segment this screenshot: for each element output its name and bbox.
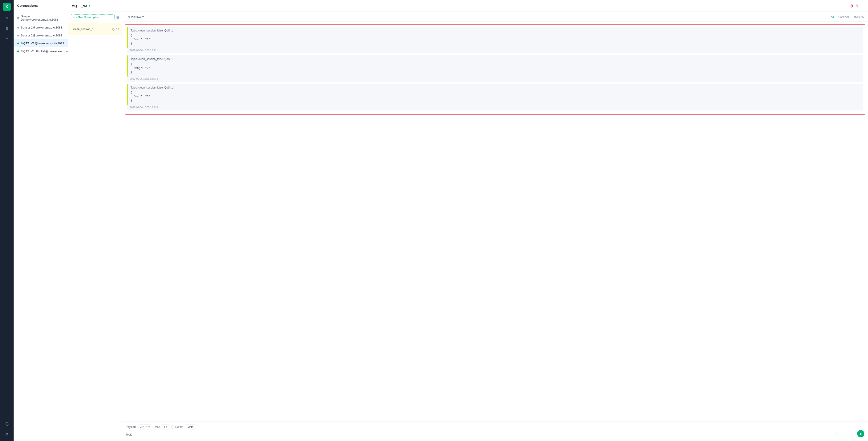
sub-list-icon[interactable]: ☰ <box>116 16 119 19</box>
messages-list: Topic: clean_session_false QoS: 1 { "msg… <box>122 22 868 421</box>
messages-toolbar: Plaintext ▾ All Received Published <box>122 12 868 22</box>
nav-arrows: ← ◌ → <box>836 431 855 437</box>
retain-toggle[interactable]: Retain <box>171 425 183 429</box>
message-timestamp: 2022-09-06 15:55:23:411 <box>127 48 863 53</box>
message-header: Topic: clean_session_false QoS: 1 <box>130 58 860 61</box>
payload-format-chevron-icon: ▾ <box>149 425 150 429</box>
message-card: Topic: clean_session_false QoS: 1 { "msg… <box>127 27 863 53</box>
plus-icon: + <box>73 16 75 19</box>
connection-list: Simple Demo@broker.emqx.io:8083 Sensor 1… <box>13 10 68 441</box>
mid-arrow-button[interactable]: ◌ <box>843 431 848 437</box>
new-sub-label: + New Subscription <box>75 16 99 19</box>
payload-format-value: JSON <box>140 425 148 429</box>
topic-input[interactable] <box>126 431 864 438</box>
connection-item[interactable]: Sensor 2@broker.emqx.io:8083 <box>13 31 68 39</box>
new-subscription-button[interactable]: + + New Subscription <box>71 14 115 20</box>
qos-value: 1 <box>164 425 165 429</box>
connection-item[interactable]: MQTT_V3_Publish@broker.emqx.io:8083 <box>13 47 68 55</box>
message-timestamp: 2022-09-06 15:55:23:414 <box>127 105 863 111</box>
message-timestamp: 2022-09-06 15:55:23:413 <box>127 77 863 82</box>
qos-chevron-icon: ▾ <box>166 425 167 429</box>
payload-label: Payload: <box>126 425 136 429</box>
subscription-item[interactable]: clean_session_f... QoS 1 <box>68 23 122 35</box>
more-button[interactable]: ··· <box>862 4 864 8</box>
message-content: Topic: clean_session_false QoS: 1 { "msg… <box>128 55 863 77</box>
publish-toolbar: Payload: JSON ▾ QoS: 1 ▾ Retain <box>126 424 864 430</box>
prev-arrow-button[interactable]: ← <box>836 431 842 437</box>
conn-status-dot-green <box>17 42 19 45</box>
message-card: Topic: clean_session_false QoS: 1 { "msg… <box>127 84 863 111</box>
conn-label: Sensor 2@broker.emqx.io:8083 <box>21 34 62 37</box>
qos-label: QoS: <box>154 425 160 429</box>
conn-label: Sensor 1@broker.emqx.io:8083 <box>21 26 62 29</box>
plaintext-label: Plaintext <box>131 15 142 18</box>
conn-status-dot-green <box>17 51 19 52</box>
connections-title: Connections <box>13 0 68 10</box>
sub-toolbar: + + New Subscription ☰ <box>68 12 122 23</box>
top-bar-actions: ⏻ ✎ ··· <box>849 4 864 8</box>
message-content: Topic: clean_session_false QoS: 1 { "msg… <box>128 27 863 48</box>
conn-status-dot <box>17 35 19 36</box>
qos-dropdown[interactable]: 1 ▾ <box>161 424 169 430</box>
plaintext-chevron-icon: ▾ <box>142 15 144 18</box>
filter-tab-received[interactable]: Received <box>837 14 849 19</box>
filter-tab-published[interactable]: Published <box>852 14 864 19</box>
settings-nav-icon[interactable]: ⚙ <box>3 430 11 438</box>
publish-area: Payload: JSON ▾ QoS: 1 ▾ Retain <box>122 421 868 441</box>
message-topic: clean_session_false <box>138 58 163 61</box>
sub-topic-label: clean_session_f... <box>73 28 111 31</box>
retain-radio[interactable] <box>171 425 175 429</box>
conn-label: MQTT_V3@broker.emqx.io:8083 <box>21 42 64 45</box>
conn-status-dot <box>17 17 19 19</box>
message-qos: 1 <box>171 29 173 32</box>
publish-area-wrapper: Payload: JSON ▾ QoS: 1 ▾ Retain <box>122 421 868 441</box>
message-qos: 1 <box>171 86 173 89</box>
add-nav-icon[interactable]: + <box>3 34 11 42</box>
message-card: Topic: clean_session_false QoS: 1 { "msg… <box>127 55 863 82</box>
filter-tab-all[interactable]: All <box>831 14 834 19</box>
meta-button[interactable]: Meta <box>185 424 196 430</box>
filter-tabs: All Received Published <box>831 14 864 19</box>
power-button[interactable]: ⏻ <box>849 4 853 8</box>
message-body: { "msg": "1"} <box>130 33 860 46</box>
message-body: { "msg": "2"} <box>130 62 860 74</box>
message-topic: clean_session_false <box>138 86 163 89</box>
copy-nav-icon[interactable]: ⧉ <box>3 25 11 33</box>
message-header: Topic: clean_session_false QoS: 1 <box>130 86 860 89</box>
connections-panel: Connections Simple Demo@broker.emqx.io:8… <box>13 0 68 441</box>
message-header: Topic: clean_session_false QoS: 1 <box>130 29 860 32</box>
connections-nav-icon[interactable]: ⊞ <box>3 14 11 23</box>
messages-panel: Plaintext ▾ All Received Published <box>122 12 868 441</box>
connection-item-active[interactable]: MQTT_V3@broker.emqx.io:8083 <box>13 39 68 47</box>
conn-status-dot <box>17 27 19 29</box>
status-dropdown[interactable]: ▾ <box>89 4 91 7</box>
messages-highlighted-area: Topic: clean_session_false QoS: 1 { "msg… <box>125 25 865 115</box>
message-topic: clean_session_false <box>138 29 163 32</box>
connection-title: MQTT_V3 <box>71 4 87 8</box>
content-area: + + New Subscription ☰ clean_session_f..… <box>68 12 868 441</box>
conn-label: MQTT_V3_Publish@broker.emqx.io:8083 <box>21 50 68 53</box>
main-area: MQTT_V3 ▾ ⏻ ✎ ··· + + New Subscription ☰… <box>68 0 868 441</box>
sub-qos-label: QoS 1 <box>112 28 119 31</box>
message-body: { "msg": "3"} <box>130 91 860 103</box>
conn-label: Simple Demo@broker.emqx.io:8083 <box>21 14 64 21</box>
payload-format-dropdown[interactable]: JSON ▾ <box>138 424 152 430</box>
info-nav-icon[interactable]: ⓘ <box>3 420 11 428</box>
subscription-list: clean_session_f... QoS 1 <box>68 23 122 441</box>
app-logo: X <box>3 3 11 11</box>
top-bar: MQTT_V3 ▾ ⏻ ✎ ··· <box>68 0 868 12</box>
next-arrow-button[interactable]: → <box>849 431 855 437</box>
edit-button[interactable]: ✎ <box>856 4 859 8</box>
plaintext-dropdown[interactable]: Plaintext ▾ <box>126 14 146 20</box>
connection-item[interactable]: Simple Demo@broker.emqx.io:8083 <box>13 12 68 24</box>
icon-sidebar: X ⊞ ⧉ + ⓘ ⚙ <box>0 0 13 441</box>
message-qos: 1 <box>171 58 173 61</box>
retain-label: Retain <box>175 425 183 429</box>
subscriptions-panel: + + New Subscription ☰ clean_session_f..… <box>68 12 122 441</box>
publish-send-button[interactable]: ➤ <box>857 430 864 437</box>
connection-item[interactable]: Sensor 1@broker.emqx.io:8083 <box>13 24 68 31</box>
sub-color-indicator <box>71 26 71 33</box>
message-content: Topic: clean_session_false QoS: 1 { "msg… <box>128 84 863 105</box>
plaintext-dot <box>128 16 130 18</box>
